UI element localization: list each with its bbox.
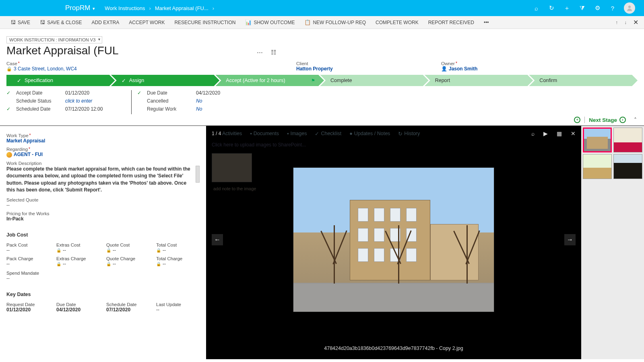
thumbnail-4[interactable]: [613, 154, 642, 179]
thumbnail-1[interactable]: [583, 128, 612, 152]
kd-due-date-value[interactable]: 04/12/2020: [56, 307, 100, 313]
chevron-down-icon: ▾: [93, 6, 95, 11]
more-commands-button[interactable]: •••: [479, 16, 494, 29]
collapse-icon[interactable]: ˄: [634, 117, 637, 123]
scrollbar[interactable]: [196, 166, 200, 183]
request-date-value[interactable]: 01/12/2020: [6, 307, 50, 313]
pack-charge-value[interactable]: --: [6, 261, 50, 267]
work-desc-value[interactable]: Please complete the blank market apprais…: [6, 166, 200, 194]
regular-work-value[interactable]: No: [196, 106, 202, 112]
nav-down-icon[interactable]: ↓: [624, 20, 627, 25]
close-icon[interactable]: ✕: [633, 19, 638, 26]
tab-documents: ▪ Documents: [250, 131, 279, 137]
chevron-right-icon: ›: [149, 5, 151, 11]
save-icon: 🖫: [10, 19, 16, 25]
client-link[interactable]: Hatton Property: [296, 66, 333, 72]
extras-cost-label: Extras Cost: [56, 243, 100, 247]
gear-icon[interactable]: ⚙: [593, 4, 601, 12]
show-outcome-button[interactable]: 📊SHOW OUTCOME: [240, 16, 299, 29]
spend-mandate-value[interactable]: --: [6, 276, 200, 281]
resecure-button[interactable]: RESECURE INSTRUCTION: [169, 16, 240, 29]
kd-due-date-label: Due Date: [56, 302, 100, 307]
flag-icon: ⚑: [311, 78, 315, 83]
check-icon: ✓: [6, 106, 11, 112]
play-icon[interactable]: ▶: [543, 130, 548, 137]
zoom-icon[interactable]: ⌕: [531, 130, 535, 137]
list-icon[interactable]: ☷: [271, 49, 276, 56]
close-viewer-icon[interactable]: ✕: [571, 130, 576, 137]
nav-up-icon[interactable]: ↑: [615, 20, 618, 25]
lock-icon: 🔒: [6, 66, 12, 71]
cancelled-value[interactable]: No: [196, 98, 202, 104]
stage-report[interactable]: Report: [425, 75, 533, 86]
thumbnail-2[interactable]: [613, 128, 642, 152]
search-icon[interactable]: ⌕: [532, 4, 540, 12]
extras-cost-value[interactable]: 🔒--: [56, 247, 100, 253]
more-icon[interactable]: ⋯: [257, 49, 263, 56]
selected-quote-value[interactable]: --: [6, 202, 200, 208]
filter-icon[interactable]: ⧩: [578, 4, 586, 12]
pricing-value[interactable]: In-Pack: [6, 216, 200, 222]
extras-charge-value[interactable]: 🔒--: [56, 261, 100, 267]
quote-cost-value[interactable]: 🔒--: [106, 247, 150, 253]
grid-icon[interactable]: ▦: [557, 130, 562, 137]
lock-icon: 🔒: [106, 262, 111, 266]
prev-image-button[interactable]: ←: [212, 234, 223, 245]
total-cost-value[interactable]: 🔒--: [156, 247, 200, 253]
accept-date-value[interactable]: 01/12/2020: [65, 90, 89, 96]
recent-icon[interactable]: ↻: [547, 4, 555, 12]
client-label: Client: [296, 61, 417, 66]
save-close-button[interactable]: 🖫SAVE & CLOSE: [35, 16, 87, 29]
save-close-icon: 🖫: [40, 19, 45, 25]
regarding-label: Regarding: [6, 147, 200, 152]
pack-cost-value[interactable]: --: [6, 247, 50, 253]
accept-date-label: Accept Date: [16, 90, 60, 96]
thumbnail-3[interactable]: [583, 154, 612, 179]
scheduled-date-value[interactable]: 07/12/2020 12:00: [65, 106, 103, 112]
details-pane: Work TypeMarket Appraisal RegardingAGENT…: [0, 126, 206, 359]
stage-assign[interactable]: ✓Assign: [111, 75, 220, 86]
add-extra-button[interactable]: ADD EXTRA: [87, 16, 124, 29]
total-charge-value[interactable]: 🔒--: [156, 261, 200, 267]
avatar[interactable]: [624, 2, 635, 14]
extras-charge-label: Extras Charge: [56, 256, 100, 261]
case-link[interactable]: 3 Caste Street, London, WC4: [14, 66, 77, 72]
new-followup-button[interactable]: 📋NEW FOLLOW-UP REQ: [299, 16, 371, 29]
add-stage-icon[interactable]: +: [574, 117, 580, 123]
agent-icon: [6, 152, 12, 158]
cancelled-label: Cancelled: [147, 98, 191, 104]
work-type-value[interactable]: Market Appraisal: [6, 138, 200, 144]
key-dates-heading: Key Dates: [6, 292, 200, 297]
last-update-value[interactable]: --: [156, 307, 200, 313]
form-selector[interactable]: WORK INSTRUCTION : INFORMATION V3: [6, 36, 102, 43]
help-icon[interactable]: ?: [609, 4, 617, 12]
accept-work-button[interactable]: ACCEPT WORK: [124, 16, 169, 29]
save-button[interactable]: 🖫SAVE: [6, 16, 35, 29]
stage-confirm[interactable]: Confirm: [529, 75, 638, 86]
report-received-button[interactable]: REPORT RECEIVED: [423, 16, 479, 29]
tab-history: ↻ History: [398, 131, 420, 137]
check-icon: ✓: [17, 78, 21, 84]
next-image-button[interactable]: →: [564, 234, 576, 245]
quote-charge-value[interactable]: 🔒--: [106, 261, 150, 267]
image-counter: 1 / 4: [212, 131, 221, 136]
owner-link[interactable]: Jason Smith: [449, 66, 477, 72]
breadcrumb-item[interactable]: Work Instructions: [101, 5, 149, 11]
stage-accept[interactable]: Accept (Active for 2 hours)⚑: [215, 75, 324, 86]
stage-complete[interactable]: Complete: [320, 75, 429, 86]
stage-bar: ✓Specification ✓Assign Accept (Active fo…: [6, 75, 638, 86]
stage-specification[interactable]: ✓Specification: [6, 75, 115, 86]
due-date-value[interactable]: 04/12/2020: [196, 90, 220, 96]
main-image[interactable]: [293, 167, 494, 312]
complete-work-button[interactable]: COMPLETE WORK: [371, 16, 423, 29]
schedule-status-input[interactable]: click to enter: [65, 98, 92, 104]
thumbnail-strip: [581, 126, 644, 359]
next-stage-button[interactable]: Next Stage›: [584, 117, 626, 123]
tab-images: ▪ Images: [287, 131, 307, 137]
tab-checklist: ✓ Checklist: [315, 131, 341, 137]
breadcrumb-item[interactable]: Market Appraisal (FU...: [151, 5, 213, 11]
schedule-date-value[interactable]: 07/12/2020: [106, 307, 150, 313]
brand[interactable]: PropRM▾: [5, 4, 101, 12]
add-icon[interactable]: ＋: [563, 4, 571, 12]
regarding-value[interactable]: AGENT - FUI: [6, 152, 200, 158]
